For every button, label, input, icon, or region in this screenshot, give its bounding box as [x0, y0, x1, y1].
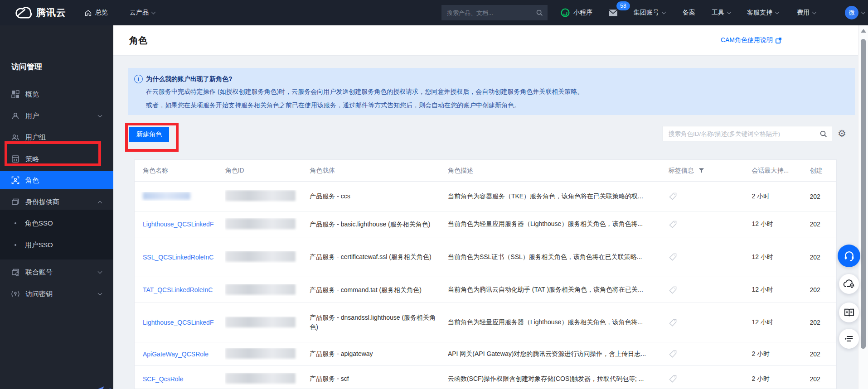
tag-icon[interactable]: [669, 286, 677, 294]
search-icon[interactable]: [820, 130, 827, 138]
table-row: Lighthouse_QCSLinkedF 产品服务 - basic.light…: [135, 211, 836, 237]
nav-beian[interactable]: 备案: [683, 0, 695, 25]
tag-icon[interactable]: [669, 375, 677, 383]
role-name-link[interactable]: Lighthouse_QCSLinkedF: [143, 319, 213, 326]
sidebar-item-identity-providers[interactable]: 身份提供商: [0, 192, 113, 212]
col-created: 创建: [810, 167, 836, 175]
role-name-link[interactable]: SCF_QcsRole: [143, 375, 183, 383]
scrollbar-thumb[interactable]: [861, 39, 866, 349]
banner-title: 为什么我的账户出现了新角色?: [146, 75, 233, 83]
chevron-down-icon: [861, 10, 866, 14]
col-role-id: 角色ID: [225, 167, 310, 175]
chevron-down-icon: [812, 10, 817, 14]
chevron-down-icon: [151, 10, 156, 14]
roles-table: 角色名称 角色ID 角色载体 角色描述 标签信息 会话最大持... 创建 产品服…: [134, 159, 837, 389]
nav-support[interactable]: 客服支持: [747, 0, 779, 25]
info-banner: i 为什么我的账户出现了新角色? 在云服务中完成特定操作 (如授权创建服务角色)…: [128, 68, 855, 115]
sidebar-item-roles[interactable]: 角色: [0, 170, 113, 190]
chevron-down-icon: [775, 10, 780, 14]
tag-icon[interactable]: [669, 220, 677, 229]
col-tags: 标签信息: [669, 167, 752, 175]
nav-overview[interactable]: 总览: [84, 0, 108, 25]
banner-line-2: 或者，如果您在某项服务开始支持服务相关角色之前已在使用该服务，通过邮件等方式告知…: [146, 101, 520, 110]
sidebar-item-policies[interactable]: 策略: [0, 149, 113, 169]
col-session-duration: 会话最大持...: [752, 167, 810, 175]
chevron-down-icon: [727, 10, 732, 14]
bullet-icon: [15, 222, 16, 224]
notifications-fab[interactable]: [839, 274, 859, 294]
sidebar-item-user-groups[interactable]: 用户组: [0, 127, 113, 147]
paper-plane-graphic: [81, 385, 116, 389]
nav-cloud-products[interactable]: 云产品: [130, 0, 155, 25]
product-search-box[interactable]: [441, 5, 548, 20]
redacted-role-id: [225, 251, 296, 262]
redacted-role-id: [225, 348, 296, 359]
chevron-up-icon: [98, 201, 102, 205]
chevron-down-icon: [98, 113, 102, 118]
nav-divider: [119, 8, 119, 17]
scrollbar-up-arrow[interactable]: [861, 29, 866, 33]
info-icon: i: [134, 75, 143, 83]
col-role-name: 角色名称: [135, 167, 225, 175]
page-header: 角色 CAM角色使用说明: [113, 25, 868, 56]
gear-icon[interactable]: ⚙: [838, 128, 846, 139]
table-row: TAT_QCSLinkedRoleInC 产品服务 - command.tat …: [135, 277, 836, 303]
survey-fab[interactable]: [839, 329, 859, 349]
banner-line-1: 在云服务中完成特定操作 (如授权创建服务角色)时，云服务会向用户发送创建服务角色…: [146, 88, 583, 96]
tag-icon[interactable]: [669, 350, 677, 358]
avatar[interactable]: 微: [845, 6, 858, 19]
role-search-input[interactable]: [668, 130, 820, 138]
role-name-link[interactable]: TAT_QCSLinkedRoleInC: [143, 286, 213, 293]
cloud-logo-icon: [13, 5, 33, 20]
documentation-fab[interactable]: [839, 303, 859, 322]
nav-billing[interactable]: 费用: [797, 0, 816, 25]
redacted-role-id: [225, 373, 296, 384]
users-icon: [11, 133, 19, 141]
sidebar-item-users[interactable]: 用户: [0, 106, 113, 126]
nav-mini-program[interactable]: 小程序: [561, 0, 592, 25]
role-icon: [11, 176, 19, 184]
redacted-role-id: [225, 284, 296, 295]
role-search-box[interactable]: [663, 126, 832, 141]
redacted-role-name: [143, 192, 190, 200]
product-search-input[interactable]: [446, 9, 536, 17]
search-icon[interactable]: [536, 9, 543, 16]
sidebar: 访问管理 概览 用户 用户组 策略 角色 身份提供商 角色SSO 用户SSO: [0, 25, 113, 389]
role-name-link[interactable]: Lighthouse_QCSLinkedF: [143, 221, 213, 228]
table-row: Lighthouse_QCSLinkedF 产品服务 - dnsandssl.l…: [135, 303, 836, 342]
filter-funnel-icon[interactable]: [698, 168, 704, 173]
nav-account[interactable]: 微: [845, 0, 865, 25]
chevron-down-icon: [98, 291, 102, 296]
brand-name: 腾讯云: [36, 6, 66, 19]
role-name-link[interactable]: ApiGateWay_QCSRole: [143, 351, 209, 358]
role-name-link[interactable]: SSL_QCSLinkedRoleInC: [143, 254, 213, 261]
key-icon: [11, 290, 19, 298]
table-row: SCF_QcsRole 产品服务 - scf 云函数(SCF)操作权限含创建对象…: [135, 366, 836, 389]
sidebar-item-user-sso[interactable]: 用户SSO: [0, 235, 113, 255]
tag-icon[interactable]: [669, 253, 677, 261]
customer-service-fab[interactable]: [838, 245, 860, 267]
federated-account-icon: [11, 268, 19, 276]
sidebar-item-overview[interactable]: 概览: [0, 84, 113, 104]
tencent-cloud-logo[interactable]: 腾讯云: [13, 0, 66, 25]
page-title: 角色: [129, 34, 147, 47]
tag-icon[interactable]: [669, 318, 677, 327]
cam-role-doc-link[interactable]: CAM角色使用说明: [721, 36, 782, 44]
sidebar-item-federated-accounts[interactable]: 联合账号: [0, 262, 113, 282]
chevron-down-icon: [662, 10, 666, 14]
redacted-role-id: [225, 317, 296, 327]
sidebar-item-role-sso[interactable]: 角色SSO: [0, 213, 113, 233]
mail-icon: [608, 9, 618, 17]
headset-icon: [843, 250, 855, 262]
col-role-desc: 角色描述: [448, 167, 669, 175]
open-book-icon: [844, 307, 855, 318]
vertical-scrollbar[interactable]: [858, 25, 868, 389]
sidebar-item-access-keys[interactable]: 访问密钥: [0, 284, 113, 304]
create-role-button[interactable]: 新建角色: [129, 127, 169, 142]
table-row: ApiGateWay_QCSRole 产品服务 - apigateway API…: [135, 342, 836, 366]
message-count-badge: 58: [616, 1, 630, 10]
tag-icon[interactable]: [669, 192, 677, 201]
sidebar-title: 访问管理: [11, 62, 42, 72]
nav-tools[interactable]: 工具: [712, 0, 731, 25]
nav-group-account[interactable]: 集团账号: [634, 0, 665, 25]
